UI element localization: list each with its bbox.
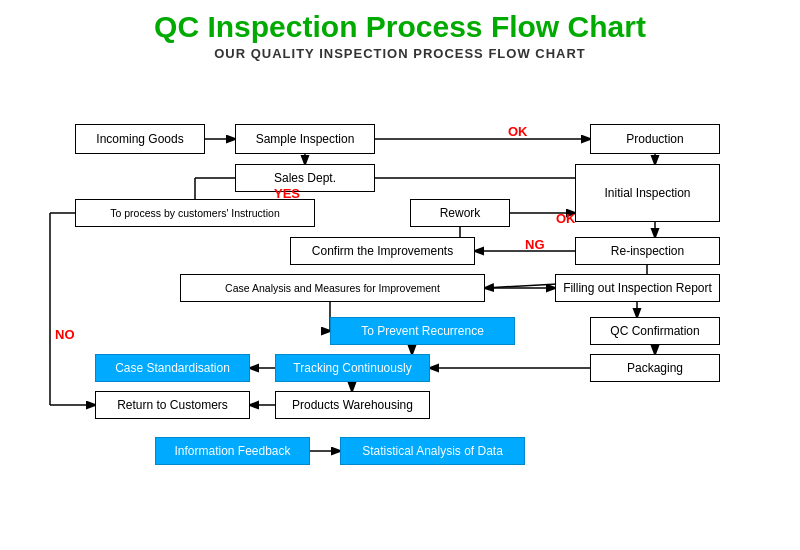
main-title: QC Inspection Process Flow Chart <box>20 10 780 44</box>
flow-area: Incoming GoodsSample InspectionSales Dep… <box>20 69 780 499</box>
box-incoming: Incoming Goods <box>75 124 205 154</box>
box-confirm_improv: Confirm the Improvements <box>290 237 475 265</box>
box-sample: Sample Inspection <box>235 124 375 154</box>
box-packaging: Packaging <box>590 354 720 382</box>
box-sales: Sales Dept. <box>235 164 375 192</box>
box-production: Production <box>590 124 720 154</box>
box-case_std: Case Standardisation <box>95 354 250 382</box>
box-stat_analysis: Statistical Analysis of Data <box>340 437 525 465</box>
sub-title: OUR QUALITY INSPECTION PROCESS FLOW CHAR… <box>20 46 780 61</box>
label-ok: OK <box>508 124 528 139</box>
box-products_wh: Products Warehousing <box>275 391 430 419</box>
box-initial_insp: Initial Inspection <box>575 164 720 222</box>
box-reinspection: Re-inspection <box>575 237 720 265</box>
box-process_instr: To process by customers' Instruction <box>75 199 315 227</box>
label-ng: NG <box>525 237 545 252</box>
label-ok: OK <box>556 211 576 226</box>
box-qc_confirm: QC Confirmation <box>590 317 720 345</box>
box-filling: Filling out Inspection Report <box>555 274 720 302</box>
box-prevent: To Prevent Recurrence <box>330 317 515 345</box>
box-return_cust: Return to Customers <box>95 391 250 419</box>
label-yes: YES <box>274 186 300 201</box>
chart-container: QC Inspection Process Flow Chart OUR QUA… <box>0 0 800 550</box>
box-tracking: Tracking Continuously <box>275 354 430 382</box>
label-no: NO <box>55 327 75 342</box>
box-rework: Rework <box>410 199 510 227</box>
box-case_analysis: Case Analysis and Measures for Improveme… <box>180 274 485 302</box>
box-info_feedback: Information Feedback <box>155 437 310 465</box>
